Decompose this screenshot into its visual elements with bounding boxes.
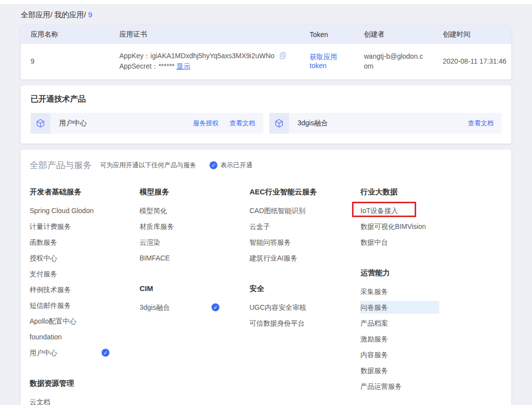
service-item-label: 用户中心 (30, 349, 57, 357)
appsecret-masked-value: ****** (158, 62, 175, 70)
service-item[interactable]: 采集服务 (360, 284, 502, 299)
opened-legend: ✓ 表示已开通 (210, 161, 252, 170)
section-title: 开发者基础服务 (30, 184, 140, 200)
col-header-app-name: 应用名称 (21, 30, 109, 39)
breadcrumb-current-app: 9 (88, 10, 92, 19)
page-content: 全部应用/ 我的应用/ 9 应用名称 应用证书 Token 创建者 创建时间 9… (0, 4, 532, 405)
service-item[interactable]: 智能问答服务 (249, 234, 360, 250)
app-cert-cell: AppKey：igiAKA1MDxdhj5hyYq5axs3MX9i2uWNo … (109, 51, 300, 72)
view-docs-link[interactable]: 查看文档 (468, 119, 494, 128)
section-title: 安全 (249, 281, 360, 296)
product-links: 查看文档 (468, 119, 501, 128)
service-item[interactable]: 建筑行业AI服务 (249, 250, 360, 266)
section-operation-capability: 运营能力 采集服务 问卷服务 产品档案 激励服务 内容服务 数据服务 产品运营服… (360, 265, 502, 394)
breadcrumb-my-apps[interactable]: 我的应用 (54, 10, 84, 19)
breadcrumb: 全部应用/ 我的应用/ 9 (21, 4, 511, 25)
service-item[interactable]: UGC内容安全审核 (249, 299, 360, 315)
all-products-title: 全部产品与服务 (30, 159, 92, 171)
all-products-title-row: 全部产品与服务 可为应用开通以下任何产品与服务 ✓ 表示已开通 (30, 159, 502, 171)
col-header-created-time: 创建时间 (433, 30, 511, 39)
section-data-resource: 数据资源管理 云文档 (30, 375, 140, 405)
cube-icon (274, 118, 284, 129)
service-item[interactable]: 计量计费服务 (30, 219, 140, 234)
service-item[interactable]: 支付服务 (30, 266, 140, 282)
service-item[interactable]: Apollo配置中心 (30, 313, 140, 329)
top-strip (0, 0, 532, 4)
table-header-row: 应用名称 应用证书 Token 创建者 创建时间 (21, 25, 511, 44)
section-title: 行业大数据 (360, 184, 502, 200)
opened-products-row: 用户中心 服务授权 查看文档 3dgis融合 查看文档 (31, 113, 501, 134)
service-item[interactable]: 云盒子 (249, 219, 360, 234)
appkey-label: AppKey： (119, 52, 150, 60)
section-model-services: 模型服务 模型简化 材质库服务 云渲染 BIMFACE (140, 184, 249, 266)
opened-check-icon: ✓ (210, 161, 217, 169)
section-industry-bigdata: 行业大数据 IoT设备接入 数据可视化BIMVision 数据中台 (360, 184, 502, 250)
opened-check-icon: ✓ (212, 303, 219, 311)
all-products-subtitle: 可为应用开通以下任何产品与服务 (100, 161, 196, 170)
service-item[interactable]: 短信邮件服务 (30, 297, 140, 313)
app-info-table: 应用名称 应用证书 Token 创建者 创建时间 9 AppKey：igiAKA… (21, 25, 511, 79)
service-item[interactable]: 可信数据身份平台 (249, 315, 360, 331)
section-title: 运营能力 (360, 265, 502, 281)
service-item[interactable]: 材质库服务 (140, 219, 249, 234)
service-item[interactable]: 云渲染 (140, 234, 249, 250)
service-item[interactable]: 授权中心 (30, 250, 140, 266)
cube-icon (35, 118, 46, 129)
section-title: 模型服务 (140, 184, 249, 200)
section-developer-basic: 开发者基础服务 Spring Cloud Glodon 计量计费服务 函数服务 … (30, 184, 140, 361)
section-aec-cloud: AEC行业智能云服务 CAD图纸智能识别 云盒子 智能问答服务 建筑行业AI服务 (249, 184, 360, 266)
get-app-token-link[interactable]: 获取应用token (310, 53, 337, 70)
service-item[interactable]: 模型简化 (140, 203, 249, 219)
service-item[interactable]: 数据可视化BIMVision (360, 219, 502, 234)
table-row: 9 AppKey：igiAKA1MDxdhj5hyYq5axs3MX9i2uWN… (21, 44, 511, 79)
service-item[interactable]: 产品运营服务 (360, 378, 502, 394)
section-title: 数据资源管理 (30, 375, 140, 391)
service-item[interactable]: 内容服务 (360, 347, 502, 363)
copy-icon[interactable] (279, 52, 286, 59)
opened-products-title: 已开通技术产品 (31, 94, 501, 105)
creator-cell: wangtj-b@glodon.com (354, 51, 433, 71)
appsecret-label: AppSecret： (119, 62, 158, 70)
service-auth-link[interactable]: 服务授权 (193, 119, 219, 128)
service-item-user-center[interactable]: 用户中心 ✓ (30, 345, 140, 361)
services-column-3: AEC行业智能云服务 CAD图纸智能识别 云盒子 智能问答服务 建筑行业AI服务… (249, 184, 360, 405)
section-security: 安全 UGC内容安全审核 可信数据身份平台 (249, 281, 360, 331)
col-header-token: Token (300, 31, 354, 38)
service-item-iot-access[interactable]: IoT设备接入 (360, 203, 502, 219)
service-item[interactable]: 产品档案 (360, 315, 502, 331)
opened-product-3dgis[interactable]: 3dgis融合 查看文档 (269, 113, 502, 134)
service-item[interactable]: 云文档 (30, 394, 140, 405)
service-item[interactable]: BIMFACE (140, 250, 249, 266)
opened-product-user-center[interactable]: 用户中心 服务授权 查看文档 (31, 113, 263, 134)
service-item[interactable]: 数据中台 (360, 234, 502, 250)
col-header-app-cert: 应用证书 (109, 30, 300, 39)
product-icon-box (269, 113, 289, 134)
product-links: 服务授权 查看文档 (193, 119, 263, 128)
service-item[interactable]: 样例技术服务 (30, 282, 140, 297)
service-item[interactable]: 激励服务 (360, 331, 502, 347)
breadcrumb-all-apps[interactable]: 全部应用 (21, 10, 50, 19)
all-products-card: 全部产品与服务 可为应用开通以下任何产品与服务 ✓ 表示已开通 开发者基础服务 … (21, 149, 511, 405)
services-column-1: 开发者基础服务 Spring Cloud Glodon 计量计费服务 函数服务 … (30, 184, 140, 405)
show-secret-link[interactable]: 显示 (177, 62, 190, 70)
service-item[interactable]: 数据服务 (360, 363, 502, 378)
opened-products-card: 已开通技术产品 用户中心 服务授权 查看文档 (21, 85, 511, 144)
service-item[interactable]: 函数服务 (30, 234, 140, 250)
section-title: AEC行业智能云服务 (249, 184, 360, 200)
section-cim: CIM 3dgis融合 ✓ (140, 281, 249, 315)
product-icon-box (31, 113, 50, 134)
service-item-label: 3dgis融合 (140, 303, 170, 311)
breadcrumb-separator: / (50, 10, 52, 19)
service-item-questionnaire[interactable]: 问卷服务 (360, 301, 439, 314)
appkey-value: igiAKA1MDxdhj5hyYq5axs3MX9i2uWNo (150, 52, 275, 60)
service-item-3dgis[interactable]: 3dgis融合 ✓ (140, 299, 249, 315)
services-grid: 开发者基础服务 Spring Cloud Glodon 计量计费服务 函数服务 … (30, 184, 502, 405)
opened-legend-label: 表示已开通 (220, 161, 252, 170)
section-title: CIM (140, 281, 249, 296)
service-item[interactable]: CAD图纸智能识别 (249, 203, 360, 219)
service-item[interactable]: Spring Cloud Glodon (30, 203, 140, 219)
col-header-creator: 创建者 (354, 30, 433, 39)
service-item[interactable]: foundation (30, 329, 140, 345)
opened-check-icon: ✓ (102, 349, 109, 357)
view-docs-link[interactable]: 查看文档 (230, 119, 255, 128)
